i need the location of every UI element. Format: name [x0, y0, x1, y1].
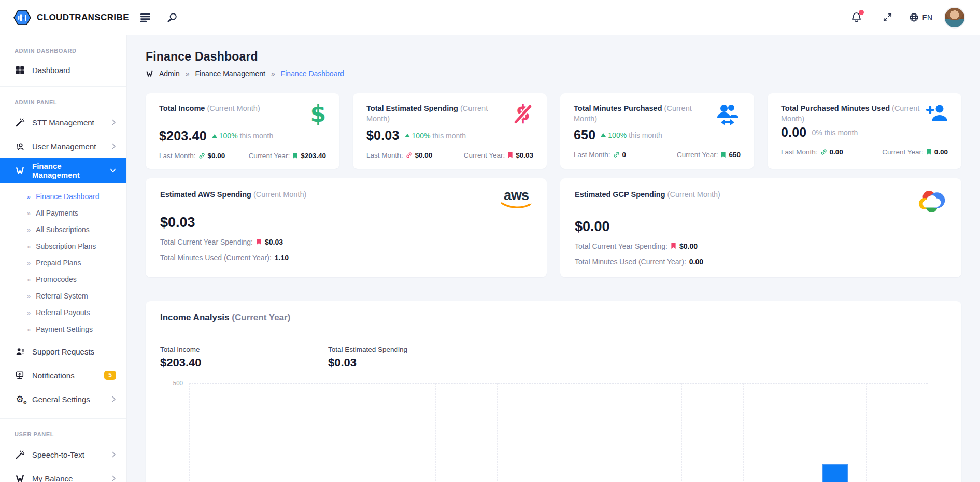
sidebar-item-label: User Management: [32, 142, 105, 151]
double-chevron-icon: »: [27, 193, 31, 201]
trend-up-icon: [405, 134, 410, 137]
finance-dashboard-page: { "brand": { "name": "CloudTranscribe" }…: [0, 0, 980, 482]
sidebar: Admin Dashboard Dashboard Admin Panel ST…: [0, 35, 127, 482]
card-aws-spending: Estimated AWS Spending (Current Month) a…: [146, 178, 547, 277]
year-spending-value: $0.03: [265, 238, 283, 246]
link-icon: [198, 152, 205, 159]
gridline-vertical: [251, 383, 251, 482]
income-analysis-title: Income Analysis (Current Year): [146, 301, 961, 332]
language-selector[interactable]: EN: [909, 12, 932, 22]
submenu-item-prepaid-plans[interactable]: »Prepaid Plans: [0, 254, 126, 271]
submenu-item-payment-settings[interactable]: »Payment Settings: [0, 321, 126, 337]
submenu-item-finance-dashboard[interactable]: »Finance Dashboard: [0, 188, 126, 205]
breadcrumb-finance-management[interactable]: Finance Management: [195, 69, 265, 78]
breadcrumb-separator: »: [271, 69, 275, 78]
sidebar-item-label: Speech-to-Text: [32, 450, 105, 459]
submenu-label: Referral System: [36, 292, 88, 300]
chevron-right-icon: [112, 475, 116, 481]
gridline-vertical: [928, 383, 928, 482]
minutes-used-value: 0.00: [689, 258, 703, 266]
finance-w-icon: [15, 474, 25, 482]
sidebar-item-dashboard[interactable]: Dashboard: [0, 58, 126, 82]
sidebar-toggle-button[interactable]: [135, 8, 155, 27]
hamburger-icon: [140, 13, 151, 22]
year-spending-label: Total Current Year Spending:: [575, 242, 667, 250]
submenu-label: All Payments: [36, 209, 78, 217]
bookmark-icon: [671, 243, 676, 249]
year-spending-label: Total Current Year Spending:: [160, 238, 253, 246]
submenu-label: All Subscriptions: [36, 225, 90, 234]
sidebar-item-label: Notifications: [32, 371, 97, 380]
breadcrumb-separator: »: [186, 69, 190, 78]
finance-w-icon: [15, 166, 25, 176]
last-month-value: $0.00: [415, 151, 433, 159]
current-year-label: Current Year:: [249, 152, 290, 160]
chevron-right-icon: [112, 451, 116, 458]
sidebar-item-speech-to-text[interactable]: Speech-to-Text: [0, 443, 126, 466]
sidebar-item-label: Finance Management: [32, 162, 103, 179]
gridline-vertical: [189, 383, 190, 482]
brand-logo[interactable]: CloudTranscribe: [0, 9, 127, 26]
minutes-used-label: Total Minutes Used (Current Year):: [575, 258, 686, 266]
total-income-value: $203.40: [160, 356, 328, 370]
gridline-vertical: [805, 383, 805, 482]
search-button[interactable]: [162, 8, 182, 27]
gears-icon: ⚙⚙: [15, 395, 25, 404]
sidebar-section-admin-panel: Admin Panel: [0, 99, 126, 105]
current-year-value: $203.40: [301, 152, 326, 160]
sidebar-item-finance-management[interactable]: Finance Management: [0, 158, 126, 183]
language-label: EN: [922, 13, 932, 22]
submenu-item-promocodes[interactable]: »Promocodes: [0, 271, 126, 288]
last-month-value: $0.00: [208, 152, 225, 160]
card-total-minutes-purchased: Total Minutes Purchased (Current Month): [560, 93, 754, 169]
sidebar-item-stt-management[interactable]: STT Management: [0, 110, 126, 134]
trend-text: this month: [432, 132, 466, 140]
breadcrumb-admin[interactable]: Admin: [159, 69, 180, 78]
double-chevron-icon: »: [27, 226, 31, 234]
total-spending-value: $0.03: [328, 356, 496, 370]
card-title: Estimated AWS Spending: [160, 190, 251, 199]
breadcrumb-current[interactable]: Finance Dashboard: [281, 69, 344, 78]
user-avatar[interactable]: [944, 7, 965, 29]
trend-text: this month: [240, 132, 274, 140]
last-month-label: Last Month:: [781, 148, 818, 156]
card-value: $0.00: [575, 219, 947, 235]
submenu-item-all-payments[interactable]: »All Payments: [0, 205, 126, 221]
main-content: Finance Dashboard Admin » Finance Manage…: [127, 35, 980, 482]
page-title: Finance Dashboard: [146, 50, 961, 64]
sidebar-item-support-requests[interactable]: Support Requests: [0, 339, 126, 363]
submenu-label: Promocodes: [36, 275, 77, 283]
minutes-used-label: Total Minutes Used (Current Year):: [160, 253, 272, 262]
minutes-used-value: 1.10: [275, 253, 289, 262]
sidebar-item-user-management[interactable]: User Management: [0, 134, 126, 158]
card-value: $203.40: [159, 129, 207, 144]
users-exchange-icon: [716, 104, 741, 126]
sidebar-item-notifications[interactable]: Notifications 5: [0, 363, 126, 387]
gcp-logo: [918, 190, 947, 214]
sidebar-item-my-balance[interactable]: My Balance: [0, 466, 126, 482]
y-axis-tick-500: 500: [160, 380, 183, 386]
current-year-value: 0.00: [934, 148, 948, 156]
card-value: $0.03: [160, 215, 532, 231]
notifications-button[interactable]: [847, 8, 867, 27]
link-icon: [406, 152, 413, 159]
globe-icon: [909, 12, 919, 22]
total-income-summary: Total Income $203.40: [160, 346, 328, 370]
bookmark-icon: [292, 152, 298, 159]
brand-hexagon-icon: [13, 9, 31, 26]
fullscreen-button[interactable]: [878, 8, 898, 27]
submenu-item-referral-payouts[interactable]: »Referral Payouts: [0, 304, 126, 321]
grid-icon: [15, 66, 25, 75]
card-title: Total Income: [159, 104, 205, 112]
current-year-value: 650: [729, 151, 741, 159]
submenu-item-referral-system[interactable]: »Referral System: [0, 288, 126, 304]
gridline-vertical: [743, 383, 744, 482]
submenu-item-subscription-plans[interactable]: »Subscription Plans: [0, 238, 126, 254]
card-title: Total Estimated Spending: [366, 104, 458, 112]
provider-cards-row: Estimated AWS Spending (Current Month) a…: [146, 178, 961, 277]
total-spending-summary: Total Estimated Spending $0.03: [328, 346, 496, 370]
card-title: Total Minutes Purchased: [574, 104, 662, 112]
sidebar-item-general-settings[interactable]: ⚙⚙ General Settings: [0, 387, 126, 411]
submenu-item-all-subscriptions[interactable]: »All Subscriptions: [0, 221, 126, 238]
notification-dot: [859, 10, 864, 15]
